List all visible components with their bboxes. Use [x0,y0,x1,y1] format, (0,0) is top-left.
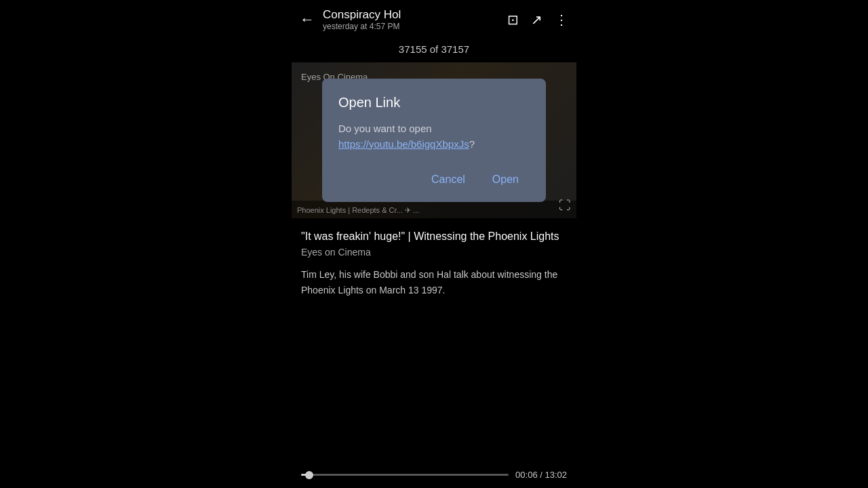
progress-thumb[interactable] [305,471,313,479]
open-link-dialog: Open Link Do you want to open https://yo… [322,79,546,202]
open-button[interactable]: Open [481,168,530,191]
video-title: "It was freakin' huge!" | Witnessing the… [301,229,567,244]
time-display: 00:06 / 13:02 [515,470,567,480]
channel-name: Eyes on Cinema [301,247,567,258]
dialog-body-suffix: ? [469,138,475,150]
counter-bar: 37155 of 37157 [292,39,576,62]
header-title-area: Conspiracy Hol yesterday at 4:57 PM [323,8,401,31]
header-title: Conspiracy Hol [323,8,401,22]
progress-area: 00:06 / 13:02 [292,463,576,488]
dialog-link[interactable]: https://youtu.be/b6igqXbpxJs [338,138,469,150]
phone-screen: ← Conspiracy Hol yesterday at 4:57 PM ⊡ … [292,0,576,488]
header-icons: ⊡ ↗ ⋮ [507,12,568,28]
header: ← Conspiracy Hol yesterday at 4:57 PM ⊡ … [292,0,576,39]
dialog-body: Do you want to open https://youtu.be/b6i… [338,121,530,152]
dialog-overlay: Open Link Do you want to open https://yo… [292,62,576,218]
share-button[interactable]: ↗ [531,12,542,28]
counter-text: 37155 of 37157 [399,43,469,55]
dialog-body-prefix: Do you want to open [338,123,432,134]
more-button[interactable]: ⋮ [555,12,568,28]
dialog-title: Open Link [338,95,530,110]
pip-button[interactable]: ⊡ [507,12,519,28]
cancel-button[interactable]: Cancel [420,168,476,191]
header-subtitle: yesterday at 4:57 PM [323,22,401,31]
video-area[interactable]: Eyes On Cinema Phoenix Lights | Redepts … [292,62,576,218]
video-description: Tim Ley, his wife Bobbi and son Hal talk… [301,267,567,298]
back-button[interactable]: ← [300,11,315,28]
header-left: ← Conspiracy Hol yesterday at 4:57 PM [300,8,401,31]
dialog-actions: Cancel Open [338,168,530,191]
content-area: "It was freakin' huge!" | Witnessing the… [292,218,576,488]
progress-track[interactable] [301,474,509,476]
